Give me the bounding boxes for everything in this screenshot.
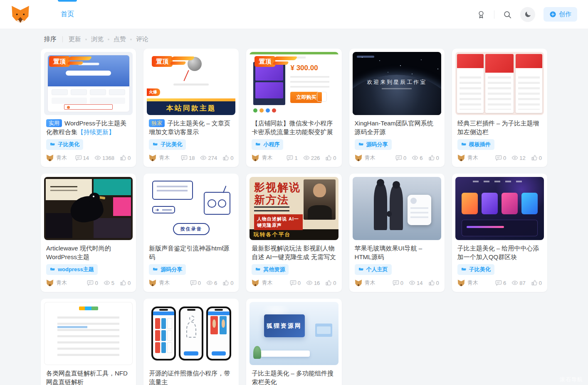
- comment-icon: [395, 154, 402, 161]
- fox-logo[interactable]: [11, 6, 30, 23]
- like-count: 0: [531, 154, 542, 161]
- post-stats: 1 226 0: [287, 154, 336, 161]
- dark-mode-toggle[interactable]: [520, 7, 535, 22]
- author-link[interactable]: 青木: [252, 279, 272, 287]
- thumb-person-silhouette: [390, 185, 403, 230]
- view-count: 6: [206, 280, 217, 286]
- post-thumbnail[interactable]: 欢迎来到星辰工作室: [353, 52, 441, 115]
- comment-count: 18: [181, 154, 195, 161]
- author-link[interactable]: 青木: [46, 279, 67, 287]
- post-title[interactable]: 开源的证件照微信小程序，带流量主: [149, 369, 233, 385]
- post-thumbnail[interactable]: [44, 177, 133, 240]
- category-tag[interactable]: 其他资源: [252, 264, 289, 275]
- author-link[interactable]: 青木: [46, 154, 67, 162]
- post-title[interactable]: 各类网盘直链解析工具，NFD网盘直链解析: [46, 369, 131, 385]
- post-card[interactable]: 经典三栏插件 – 为子比主题增加左侧边栏 模板插件 青木 0 12 0: [452, 49, 547, 167]
- nav-item-home[interactable]: 首页: [57, 0, 78, 29]
- post-title[interactable]: 新版声音鉴定引流神器html源码: [149, 244, 233, 261]
- post-title[interactable]: 独家子比主题美化 – 文章页增加文章访客显示: [149, 119, 233, 136]
- category-tag[interactable]: wodpress主题: [46, 264, 98, 275]
- author-link[interactable]: 青木: [149, 279, 170, 287]
- sort-label: 排序: [44, 35, 57, 43]
- post-title[interactable]: 实用WordPress子比主题美化教程合集【持续更新】: [46, 119, 131, 136]
- category-tag[interactable]: 小程序: [252, 139, 283, 150]
- post-card[interactable]: Articlewave 现代时尚的WordPress主题 wodpress主题 …: [41, 174, 136, 292]
- post-title[interactable]: 【店铺同款】微信发卡小程序卡密系统流量主功能裂变扩展多种卡…: [252, 119, 336, 136]
- sort-option-likes[interactable]: 点赞: [114, 35, 126, 43]
- search-icon[interactable]: [503, 10, 512, 19]
- category-tag[interactable]: 子比美化: [149, 139, 186, 150]
- post-title[interactable]: 子比主题美化 – 给用中中心添加一个加入QQ群区块: [457, 244, 542, 261]
- post-title[interactable]: 苹果毛玻璃效果UI导航 – HTML源码: [355, 244, 439, 261]
- main-nav: 首页: [57, 0, 78, 29]
- post-thumbnail[interactable]: [455, 177, 544, 240]
- author-link[interactable]: 青木: [355, 154, 376, 162]
- view-count: 14: [409, 280, 422, 286]
- fox-avatar: [149, 154, 156, 162]
- eye-icon: [511, 280, 518, 286]
- post-title[interactable]: Articlewave 现代时尚的WordPress主题: [46, 244, 131, 261]
- folder-open-icon: [255, 267, 261, 272]
- post-thumbnail[interactable]: 置顶: [44, 52, 133, 115]
- post-thumbnail[interactable]: [44, 302, 133, 365]
- thumb-phone: [151, 307, 176, 361]
- divider: [62, 36, 63, 42]
- author-link[interactable]: 青木: [457, 279, 478, 287]
- post-thumbnail[interactable]: [455, 52, 544, 115]
- post-thumbnail[interactable]: 按住录音: [147, 177, 235, 240]
- comment-icon: [495, 280, 502, 286]
- post-card[interactable]: 子比主题美化 – 给用中中心添加一个加入QQ群区块 子比美化 青木 6 87 0: [452, 174, 547, 292]
- moon-icon: [524, 10, 532, 18]
- post-thumbnail[interactable]: [147, 302, 235, 365]
- post-thumbnail[interactable]: [353, 177, 441, 240]
- eye-icon: [94, 154, 101, 161]
- sort-option-comments[interactable]: 评论: [136, 35, 148, 43]
- create-button[interactable]: 创作: [544, 7, 577, 22]
- category-tag[interactable]: 子比美化: [46, 139, 83, 150]
- author-link[interactable]: 青木: [355, 279, 376, 287]
- post-card[interactable]: 置顶 实用WordPress子比主题美化教程合集【持续更新】 子比美化 青木 1…: [41, 49, 136, 167]
- category-tag[interactable]: 个人主页: [355, 264, 392, 275]
- post-card[interactable]: 按住录音 新版声音鉴定引流神器html源码 源码分享 青木 0 6 0: [143, 174, 239, 292]
- post-card[interactable]: 苹果毛玻璃效果UI导航 – HTML源码 个人主页 青木 0 14 0: [349, 174, 445, 292]
- sort-option-update[interactable]: 更新: [69, 35, 81, 43]
- comment-count: 0: [495, 154, 506, 161]
- post-title[interactable]: 子比主题美化 – 多功能组件搜索栏美化: [252, 369, 336, 385]
- post-title[interactable]: XingHan-Team团队官网系统源码全开源: [355, 119, 439, 136]
- post-thumbnail[interactable]: ¥ 300.00 立即购买 置顶: [250, 52, 338, 115]
- author-link[interactable]: 青木: [252, 154, 272, 162]
- thumb-person-silhouette: [374, 183, 387, 230]
- post-card[interactable]: 影视解说 新方法 人物自述解说 AI一键克隆原声 玩转各个平台 最新影视解说玩法…: [246, 174, 341, 292]
- comment-icon: [87, 280, 94, 286]
- category-tag[interactable]: 源码分享: [355, 139, 392, 150]
- sort-option-views[interactable]: 浏览: [91, 35, 104, 43]
- post-title[interactable]: 经典三栏插件 – 为子比主题增加左侧边栏: [457, 119, 542, 136]
- author-link[interactable]: 青木: [149, 154, 170, 162]
- post-thumbnail[interactable]: 狐狸资源网: [250, 302, 338, 365]
- post-title[interactable]: 最新影视解说玩法 影视剧人物自述 AI一键克隆生成 无需写文案: [252, 244, 336, 261]
- dot-separator: [85, 39, 87, 40]
- post-card[interactable]: 欢迎来到星辰工作室 XingHan-Team团队官网系统源码全开源 源码分享 青…: [349, 49, 445, 167]
- post-card[interactable]: 狐狸资源网 子比主题美化 – 多功能组件搜索栏美化 子比美化: [246, 299, 341, 385]
- pinned-badge: 置顶: [152, 56, 173, 67]
- medal-icon[interactable]: [477, 10, 486, 19]
- post-card[interactable]: 火爆 本站同款主题 置顶 独家子比主题美化 – 文章页增加文章访客显示 子比美化…: [143, 49, 239, 167]
- thumb-bottom-text: 玩转各个平台: [250, 229, 338, 240]
- divider: [494, 10, 494, 19]
- view-count: 5: [104, 280, 114, 286]
- category-tag[interactable]: 子比美化: [457, 264, 494, 275]
- post-card[interactable]: 各类网盘直链解析工具，NFD网盘直链解析 源码分享: [41, 299, 136, 385]
- author-link[interactable]: 青木: [457, 154, 478, 162]
- thumb-up-icon: [531, 154, 538, 161]
- post-thumbnail[interactable]: 火爆 本站同款主题 置顶: [147, 52, 235, 115]
- post-card[interactable]: ¥ 300.00 立即购买 置顶 【店铺同款】微信发卡小程序卡密系统流量主功能裂…: [246, 49, 341, 167]
- comment-count: 14: [75, 154, 89, 161]
- folder-open-icon: [255, 142, 261, 147]
- category-tag[interactable]: 源码分享: [149, 264, 186, 275]
- fox-avatar: [355, 280, 362, 287]
- folder-open-icon: [358, 267, 364, 272]
- post-thumbnail[interactable]: 影视解说 新方法 人物自述解说 AI一键克隆原声 玩转各个平台: [250, 177, 338, 240]
- category-tag[interactable]: 模板插件: [457, 139, 494, 150]
- thumb-phone: [206, 307, 231, 361]
- post-card[interactable]: 开源的证件照微信小程序，带流量主 小程序: [143, 299, 239, 385]
